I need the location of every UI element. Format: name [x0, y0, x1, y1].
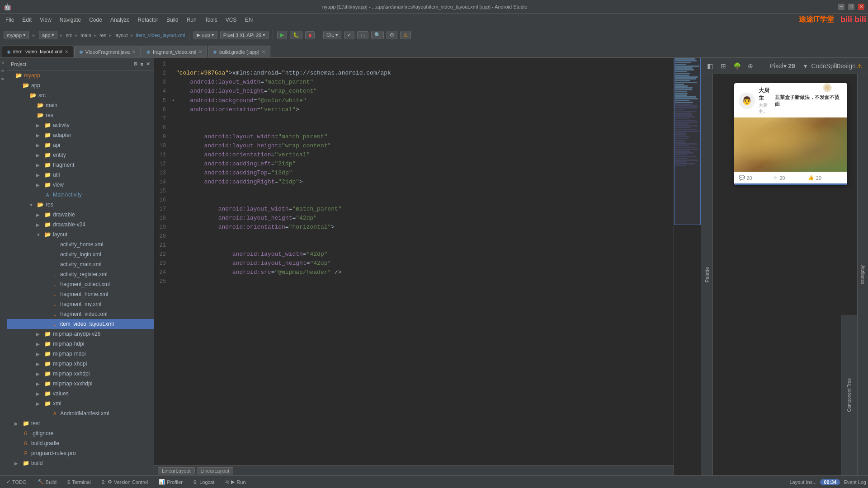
- code-editor[interactable]: 12"color:#9876aa">xmlns:android="http://…: [154, 58, 674, 465]
- sidebar-item-res[interactable]: ▼📂res: [7, 200, 154, 210]
- sidebar-item-values[interactable]: ▶📁values: [7, 389, 154, 399]
- tab-profiler[interactable]: 📊 Profiler: [154, 478, 187, 486]
- sidebar-item-api[interactable]: ▶📁api: [7, 140, 154, 150]
- bookmark-icon[interactable]: B: [0, 76, 7, 82]
- code-mode-button[interactable]: Code: [813, 60, 825, 72]
- sidebar-close-icon[interactable]: ✕: [146, 61, 150, 67]
- stop-button[interactable]: ■: [305, 31, 315, 39]
- settings-button[interactable]: ⚙: [387, 31, 397, 39]
- sidebar-item-util[interactable]: ▶📁util: [7, 170, 154, 180]
- menu-view[interactable]: View: [36, 15, 55, 24]
- run-config-selector[interactable]: ▶ app ▾: [193, 31, 217, 39]
- maximize-button[interactable]: □: [848, 4, 854, 10]
- sidebar-item-mainactivity[interactable]: AMainActivity: [7, 190, 154, 200]
- app-selector[interactable]: app ▾: [39, 31, 57, 39]
- check-button[interactable]: ✓: [344, 31, 354, 39]
- sidebar-item-xml[interactable]: ▶📁xml: [7, 399, 154, 408]
- sidebar-item-entity[interactable]: ▶📁entity: [7, 150, 154, 160]
- sidebar-item-fragment-my-xml[interactable]: Lfragment_my.xml: [7, 299, 154, 309]
- menu-run[interactable]: Run: [183, 15, 200, 24]
- sidebar-item-androidmanifest-xml[interactable]: AAndroidManifest.xml: [7, 408, 154, 418]
- close-button[interactable]: ✕: [858, 4, 864, 10]
- attributes-panel-tab[interactable]: Attributes: [857, 74, 868, 475]
- run-button[interactable]: ▶: [277, 31, 287, 39]
- sidebar-item-activity-main-xml[interactable]: Lactivity_main.xml: [7, 259, 154, 269]
- sidebar-item-myapp[interactable]: 📂myapp: [7, 70, 154, 80]
- sidebar-item-src[interactable]: 📂src: [7, 90, 154, 100]
- project-selector[interactable]: myapp ▾: [4, 31, 29, 39]
- tab-logcat[interactable]: 6: Logcat: [189, 478, 219, 486]
- sync-button[interactable]: ↑↓: [357, 31, 368, 39]
- tab-fragment-video[interactable]: ◉ fragment_video.xml ✕: [142, 46, 207, 57]
- sidebar-item-mipmap-xxhdpi[interactable]: ▶📁mipmap-xxhdpi: [7, 369, 154, 379]
- tab-close-4[interactable]: ✕: [262, 49, 265, 54]
- git-button[interactable]: Git: ▾: [323, 31, 341, 39]
- device-selector[interactable]: Pixel 3 XL API 29 ▾: [220, 31, 269, 39]
- sidebar-item-proguard-rules-pro[interactable]: Pproguard-rules.pro: [7, 448, 154, 458]
- menu-tools[interactable]: Tools: [201, 15, 221, 24]
- sidebar-item-main[interactable]: 📂main: [7, 100, 154, 110]
- component-tree-button[interactable]: 🌳: [731, 60, 743, 72]
- attributes-button[interactable]: ⊞: [717, 60, 729, 72]
- sidebar-item-app[interactable]: 📂app: [7, 80, 154, 90]
- layout-inspector-label[interactable]: Layout Ins...: [789, 479, 816, 485]
- zoom-value-display[interactable]: 29: [786, 60, 797, 72]
- menu-edit[interactable]: Edit: [19, 15, 35, 24]
- sidebar-item-item-video-layout-xml[interactable]: Litem_video_layout.xml: [7, 319, 154, 329]
- event-log-label[interactable]: Event Log: [844, 479, 866, 485]
- layout-breadcrumb-item-1[interactable]: LinearLayout: [158, 467, 195, 474]
- no-action-bar-button[interactable]: ▾: [799, 60, 811, 72]
- sidebar-gear-icon[interactable]: ⚙: [133, 61, 138, 67]
- palette-button[interactable]: ◧: [704, 60, 716, 72]
- sidebar-item-mipmap-xhdpi[interactable]: ▶📁mipmap-xhdpi: [7, 359, 154, 369]
- sidebar-expand-icon[interactable]: ≡: [141, 61, 143, 67]
- tab-close-1[interactable]: ✕: [65, 49, 68, 54]
- palette-panel[interactable]: Palette: [701, 74, 713, 475]
- minimize-button[interactable]: ─: [838, 4, 844, 10]
- tab-todo[interactable]: ✓ TODO: [2, 478, 31, 486]
- sidebar-item-mipmap-mdpi[interactable]: ▶📁mipmap-mdpi: [7, 349, 154, 359]
- sidebar-item-activity-login-xml[interactable]: Lactivity_login.xml: [7, 249, 154, 259]
- component-tree-panel[interactable]: Component Tree: [841, 315, 857, 475]
- tab-run[interactable]: 4: ▶ Run: [221, 478, 250, 486]
- tab-video-fragment[interactable]: ◉ VideoFragment.java ✕: [74, 46, 141, 57]
- sidebar-item-mipmap-anydpi-v26[interactable]: ▶📁mipmap-anydpi-v26: [7, 329, 154, 339]
- sidebar-item-adapter[interactable]: ▶📁adapter: [7, 130, 154, 140]
- sidebar-item-activity[interactable]: ▶📁activity: [7, 120, 154, 130]
- constraint-toggle[interactable]: ⊕: [745, 60, 756, 72]
- sidebar-item--gitignore[interactable]: G.gitignore: [7, 428, 154, 438]
- sidebar-item-mipmap-xxxhdpi[interactable]: ▶📁mipmap-xxxhdpi: [7, 379, 154, 389]
- structure-icon[interactable]: S: [0, 68, 7, 74]
- warning-button[interactable]: ⚠: [400, 31, 411, 39]
- sidebar-item-res[interactable]: 📂res: [7, 110, 154, 120]
- sidebar-item-build[interactable]: ▶📁build: [7, 458, 154, 468]
- sidebar-item-build-gradle[interactable]: Gbuild.gradle: [7, 438, 154, 448]
- tab-item-video-layout[interactable]: ◉ item_video_layout.xml ✕: [2, 46, 73, 57]
- tab-build[interactable]: 🔨 Build: [33, 478, 61, 486]
- project-icon[interactable]: P: [0, 60, 7, 66]
- menu-navigate[interactable]: Navigate: [56, 15, 85, 24]
- menu-analyze[interactable]: Analyze: [107, 15, 133, 24]
- sidebar-item-test[interactable]: ▶📁test: [7, 418, 154, 428]
- menu-code[interactable]: Code: [85, 15, 106, 24]
- sidebar-item-activity-home-xml[interactable]: Lactivity_home.xml: [7, 239, 154, 249]
- layout-breadcrumb-item-2[interactable]: LinearLayout: [197, 467, 234, 474]
- sidebar-item-layout[interactable]: ▼📂layout: [7, 230, 154, 239]
- tab-version-control[interactable]: 2: ♻ Version Control: [97, 478, 152, 486]
- sidebar-item-activity-register-xml[interactable]: Lactivity_register.xml: [7, 269, 154, 279]
- design-mode-button[interactable]: Design: [840, 60, 852, 72]
- pixel-button[interactable]: Pixel ▾: [772, 60, 784, 72]
- tab-close-3[interactable]: ✕: [198, 49, 202, 54]
- debug-button[interactable]: 🐛: [290, 31, 302, 39]
- sidebar-item-drawable[interactable]: ▶📁drawable: [7, 210, 154, 220]
- sidebar-item-fragment-home-xml[interactable]: Lfragment_home.xml: [7, 289, 154, 299]
- breadcrumb-file[interactable]: item_video_layout.xml: [136, 33, 185, 38]
- sidebar-item-fragment[interactable]: ▶📁fragment: [7, 160, 154, 170]
- tab-close-2[interactable]: ✕: [132, 49, 136, 54]
- menu-refactor[interactable]: Refactor: [134, 15, 162, 24]
- sidebar-item-view[interactable]: ▶📁view: [7, 180, 154, 190]
- menu-build[interactable]: Build: [163, 15, 182, 24]
- tab-terminal[interactable]: $ Terminal: [63, 478, 95, 486]
- sidebar-item-mipmap-hdpi[interactable]: ▶📁mipmap-hdpi: [7, 339, 154, 349]
- tab-build-gradle[interactable]: ◉ build.gradle (:app) ✕: [208, 46, 270, 57]
